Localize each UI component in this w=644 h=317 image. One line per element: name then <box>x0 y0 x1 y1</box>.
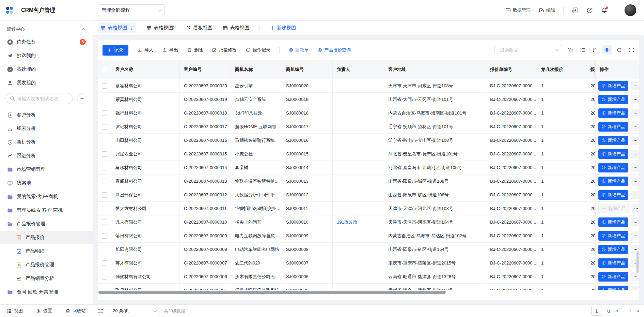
sidebar-item-1[interactable]: 抄送我的 <box>0 49 93 62</box>
sidebar-item-商机分析[interactable]: 商机分析 <box>0 135 93 149</box>
add-product-button[interactable]: 新增产品 <box>598 272 628 282</box>
toolbar-批量修改-button[interactable]: 批量修改 <box>212 47 237 53</box>
toolbar-删除-button[interactable]: 删除 <box>187 47 203 53</box>
sidebar-section-flow-center[interactable]: 流程中心 <box>0 24 93 35</box>
tab-more-menu-icon[interactable] <box>129 26 133 30</box>
add-product-button[interactable]: 新增产品 <box>598 231 628 241</box>
toolbar-回款单-button[interactable]: 回款单 <box>288 47 309 53</box>
notification-bell-button[interactable] <box>601 7 608 14</box>
tab-看板视图[interactable]: 看板视图 <box>186 23 213 33</box>
current-page-input[interactable] <box>591 306 602 316</box>
sidebar-footer-回收站[interactable]: 回收站 <box>65 308 86 314</box>
row-checkbox[interactable] <box>102 260 107 266</box>
new-view-button[interactable]: 新建视图 <box>270 25 296 31</box>
sidebar-footer-视图[interactable]: 视图 <box>7 308 23 314</box>
sidebar-item-线索池[interactable]: 线索池 <box>0 176 93 190</box>
tab-表格视图2[interactable]: 表格视图2 <box>146 23 176 33</box>
flow-select[interactable]: 管理全部流程 <box>98 4 164 16</box>
add-product-button[interactable]: 新增产品 <box>598 81 628 91</box>
sidebar-item-0[interactable]: 待办任务 6 <box>0 35 93 49</box>
row-checkbox[interactable] <box>102 124 107 130</box>
row-more-button[interactable] <box>631 191 639 199</box>
row-checkbox[interactable] <box>102 220 107 225</box>
owner-link[interactable]: 191改改改 <box>337 219 358 225</box>
sidebar-item-产品报价管理[interactable]: 产品报价管理 <box>0 217 93 231</box>
row-checkbox[interactable] <box>102 83 107 89</box>
row-checkbox[interactable] <box>102 274 107 280</box>
tab-表格视图[interactable]: 表格视图 <box>223 23 249 33</box>
fullscreen-button[interactable] <box>629 47 634 53</box>
sidebar-item-客户分析[interactable]: 客户分析 <box>0 108 93 122</box>
help-button[interactable] <box>586 7 593 14</box>
row-more-button[interactable] <box>631 109 639 118</box>
sidebar-item-3[interactable]: 我发起的 <box>0 76 93 90</box>
row-more-button[interactable] <box>631 177 639 186</box>
new-record-button[interactable]: 记录 <box>103 45 128 56</box>
row-checkbox[interactable] <box>102 179 107 184</box>
sidebar-item-产品报价管理[interactable]: 产品报价管理 <box>0 258 93 272</box>
toolbar-产品报价查询-button[interactable]: 产品报价查询 <box>317 47 351 53</box>
row-more-button[interactable] <box>631 163 639 172</box>
toolbar-导出-button[interactable]: 导出 <box>162 47 178 53</box>
sidebar-item-2[interactable]: 我处理的 <box>0 62 93 76</box>
horizontal-scrollbar-thumb[interactable] <box>98 291 446 294</box>
row-more-button[interactable] <box>631 231 639 240</box>
sidebar-item-线索分析[interactable]: 线索分析 <box>0 122 93 135</box>
row-checkbox[interactable] <box>102 192 107 198</box>
sidebar-item-市场营销管理[interactable]: 市场营销管理 <box>0 163 93 176</box>
add-product-button[interactable]: 新增产品 <box>598 149 628 159</box>
add-product-button[interactable]: 新增产品 <box>598 136 628 145</box>
add-product-button[interactable]: 新增产品 <box>598 190 628 200</box>
add-product-button[interactable]: 新增产品 <box>598 95 628 104</box>
table-search-box[interactable] <box>494 45 561 55</box>
last-page-button[interactable]: » <box>636 308 639 314</box>
tab-表格视图[interactable]: 表格视图 <box>98 23 136 33</box>
row-checkbox[interactable] <box>102 206 107 211</box>
vertical-scrollbar[interactable] <box>637 252 639 273</box>
row-checkbox[interactable] <box>102 165 107 170</box>
add-product-button[interactable]: 新增产品 <box>598 245 628 254</box>
data-manage-button[interactable]: 数据管理 <box>505 7 531 13</box>
add-product-button[interactable]: 新增产品 <box>598 163 628 172</box>
row-height-icon[interactable] <box>98 308 104 314</box>
page-size-select[interactable]: 20 条/页 <box>109 306 159 316</box>
row-checkbox[interactable] <box>102 97 107 102</box>
row-more-button[interactable] <box>632 204 639 213</box>
add-product-button[interactable]: 新增产品 <box>598 217 628 227</box>
edit-button[interactable]: 编辑 <box>539 7 555 13</box>
sidebar-item-产品明细[interactable]: 产品明细 <box>0 244 93 258</box>
toolbar-操作记录-button[interactable]: 操作记录 <box>246 47 270 53</box>
row-checkbox[interactable] <box>102 110 107 116</box>
row-more-button[interactable] <box>631 81 639 90</box>
row-checkbox[interactable] <box>102 247 107 252</box>
row-checkbox[interactable] <box>102 138 107 143</box>
table-search-input[interactable] <box>500 47 553 52</box>
row-more-button[interactable] <box>631 272 639 281</box>
add-product-button[interactable]: 新增产品 <box>598 108 628 118</box>
filter-button[interactable] <box>567 47 573 53</box>
next-page-button[interactable]: › <box>630 308 631 314</box>
row-more-button[interactable] <box>631 95 639 104</box>
sidebar-item-产品报价[interactable]: 产品报价 <box>0 231 93 244</box>
user-avatar[interactable] <box>624 4 637 16</box>
form-search-input[interactable] <box>17 96 69 101</box>
sidebar-item-管理员线索-客户-商机[interactable]: 管理员线索-客户-商机 <box>0 203 93 217</box>
form-search-box[interactable] <box>5 93 73 104</box>
row-more-button[interactable] <box>631 136 639 145</box>
add-form-button[interactable] <box>77 93 87 104</box>
sort-button[interactable] <box>592 47 598 53</box>
select-all-checkbox[interactable] <box>102 67 107 72</box>
row-checkbox[interactable] <box>102 233 107 239</box>
sidebar-item-我的线索-客户-商机[interactable]: 我的线索-客户-商机 <box>0 190 93 203</box>
sidebar-item-产品销量分析[interactable]: 产品销量分析 <box>0 272 93 285</box>
add-product-button[interactable]: 新增产品 <box>598 122 628 132</box>
first-page-button[interactable]: « <box>615 308 618 314</box>
display-fields-button[interactable] <box>580 47 585 53</box>
toolbar-导入-button[interactable]: 导入 <box>137 47 153 53</box>
sidebar-item-合同-回款-开票管理[interactable]: 合同-回款-开票管理 <box>0 285 93 299</box>
prev-page-button[interactable]: ‹ <box>623 308 625 314</box>
visibility-button[interactable] <box>602 45 612 55</box>
add-product-button[interactable]: 新增产品 <box>598 258 628 268</box>
sidebar-footer-设置[interactable]: 设置 <box>36 308 52 314</box>
row-more-button[interactable] <box>631 218 639 227</box>
